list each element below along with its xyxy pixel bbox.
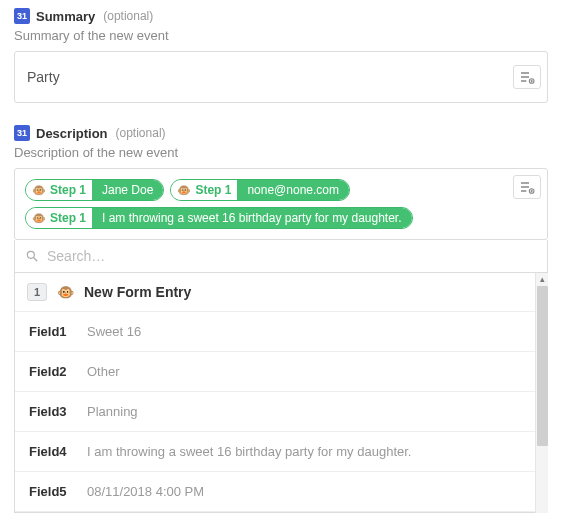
field-list: 1 🐵 New Form Entry Field1Sweet 16Field2O… [14,273,548,513]
field-name: Field1 [29,324,73,339]
description-insert-button[interactable] [513,175,541,199]
description-title: Description [36,126,108,141]
summary-subtitle: Summary of the new event [14,28,548,43]
pill-value: I am throwing a sweet 16 birthday party … [92,208,411,228]
field-picker: 1 🐵 New Form Entry Field1Sweet 16Field2O… [14,240,548,513]
pill-value: none@none.com [237,180,349,200]
description-input-box[interactable]: 🐵Step 1Jane Doe🐵Step 1none@none.com🐵Step… [14,168,548,240]
field-row[interactable]: Field508/11/2018 4:00 PM [15,472,547,512]
field-name: Field2 [29,364,73,379]
scrollbar[interactable]: ▴ [535,273,548,513]
svg-line-3 [34,258,38,262]
field-row[interactable]: Field3Planning [15,392,547,432]
field-value: I am throwing a sweet 16 birthday party … [87,444,411,459]
pill-step: 🐵Step 1 [26,180,92,200]
form-icon: 🐵 [57,284,74,300]
calendar-icon: 31 [14,125,30,141]
description-subtitle: Description of the new event [14,145,548,160]
step-number-badge: 1 [27,283,47,301]
search-input[interactable] [47,248,537,264]
field-name: Field4 [29,444,73,459]
summary-optional: (optional) [103,9,153,23]
summary-title: Summary [36,9,95,24]
search-icon [25,249,39,263]
form-icon: 🐵 [177,184,191,197]
data-pill[interactable]: 🐵Step 1Jane Doe [25,179,164,201]
form-icon: 🐵 [32,184,46,197]
data-pill[interactable]: 🐵Step 1none@none.com [170,179,350,201]
group-header[interactable]: 1 🐵 New Form Entry [15,273,547,312]
field-name: Field5 [29,484,73,499]
field-row[interactable]: Field1Sweet 16 [15,312,547,352]
description-optional: (optional) [116,126,166,140]
pill-value: Jane Doe [92,180,163,200]
svg-point-2 [27,251,34,258]
form-icon: 🐵 [32,212,46,225]
description-header: 31 Description (optional) [14,125,548,141]
summary-value: Party [27,69,60,85]
search-row[interactable] [14,240,548,273]
field-value: Planning [87,404,138,419]
field-value: 08/11/2018 4:00 PM [87,484,204,499]
pill-step: 🐵Step 1 [26,208,92,228]
data-pill[interactable]: 🐵Step 1I am throwing a sweet 16 birthday… [25,207,413,229]
group-title: New Form Entry [84,284,191,300]
pill-step: 🐵Step 1 [171,180,237,200]
field-value: Other [87,364,120,379]
field-name: Field3 [29,404,73,419]
scroll-thumb[interactable] [537,286,548,446]
insert-data-icon [519,179,535,195]
summary-header: 31 Summary (optional) [14,8,548,24]
summary-insert-button[interactable] [513,65,541,89]
field-value: Sweet 16 [87,324,141,339]
insert-data-icon [519,69,535,85]
scroll-up-icon[interactable]: ▴ [540,273,545,285]
field-row[interactable]: Field4I am throwing a sweet 16 birthday … [15,432,547,472]
field-row[interactable]: Field2Other [15,352,547,392]
calendar-icon: 31 [14,8,30,24]
summary-input-box[interactable]: Party [14,51,548,103]
